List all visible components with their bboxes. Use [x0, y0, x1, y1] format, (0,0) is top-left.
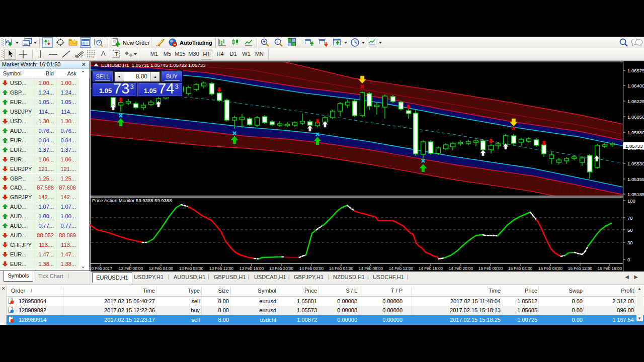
- svg-text:14 Feb 20:00: 14 Feb 20:00: [449, 266, 473, 271]
- svg-text:+: +: [263, 39, 265, 44]
- svg-text:70: 70: [627, 215, 633, 221]
- svg-text:15 Feb 12:00: 15 Feb 12:00: [568, 266, 593, 271]
- svg-text:15 Feb 00:00: 15 Feb 00:00: [478, 266, 503, 271]
- svg-text:e: e: [81, 54, 83, 58]
- svg-text:0: 0: [627, 257, 630, 262]
- svg-text:1.06400: 1.06400: [627, 83, 644, 88]
- svg-text:T: T: [115, 51, 118, 57]
- svg-text:1.05355: 1.05355: [627, 176, 644, 182]
- svg-text:30: 30: [627, 240, 633, 245]
- svg-text:50: 50: [627, 227, 633, 233]
- svg-text:1.06050: 1.06050: [627, 114, 644, 120]
- svg-text:13 Feb 00:00: 13 Feb 00:00: [119, 266, 143, 271]
- svg-text:1.06575: 1.06575: [627, 68, 644, 73]
- svg-text:13 Feb 12:00: 13 Feb 12:00: [209, 266, 234, 271]
- svg-text:15 Feb 16:00: 15 Feb 16:00: [598, 266, 622, 271]
- svg-text:Price Action Monitor 59.9388 5: Price Action Monitor 59.9388 59.9388: [92, 198, 172, 203]
- svg-text:15 Feb 04:00: 15 Feb 04:00: [508, 266, 533, 271]
- svg-text:13 Feb 20:00: 13 Feb 20:00: [269, 266, 294, 271]
- svg-text:15 Feb 08:00: 15 Feb 08:00: [538, 266, 563, 271]
- svg-text:-: -: [277, 39, 279, 44]
- svg-text:13 Feb 04:00: 13 Feb 04:00: [149, 266, 174, 271]
- svg-text:13 Feb 08:00: 13 Feb 08:00: [179, 266, 204, 271]
- svg-text:F: F: [93, 55, 95, 59]
- svg-text:14 Feb 04:00: 14 Feb 04:00: [329, 266, 354, 271]
- svg-text:1.05733: 1.05733: [625, 143, 642, 149]
- svg-text:10 Feb 2017: 10 Feb 2017: [90, 266, 112, 271]
- svg-text:14 Feb 12:00: 14 Feb 12:00: [389, 266, 414, 271]
- svg-text:EURUSD,H1 1.05731 1.05745 1.0: EURUSD,H1 1.05731 1.05745 1.05722 1.0573…: [101, 62, 205, 68]
- svg-text:1.05185: 1.05185: [627, 192, 644, 197]
- svg-text:1.05880: 1.05880: [627, 130, 644, 135]
- svg-text:1.06225: 1.06225: [627, 99, 644, 104]
- svg-text:1.05530: 1.05530: [627, 161, 644, 166]
- svg-text:14 Feb 00:00: 14 Feb 00:00: [299, 266, 324, 271]
- svg-text:13 Feb 16:00: 13 Feb 16:00: [239, 266, 264, 271]
- svg-text:14 Feb 16:00: 14 Feb 16:00: [419, 266, 443, 271]
- svg-text:100: 100: [627, 198, 635, 204]
- svg-text:14 Feb 08:00: 14 Feb 08:00: [359, 266, 383, 271]
